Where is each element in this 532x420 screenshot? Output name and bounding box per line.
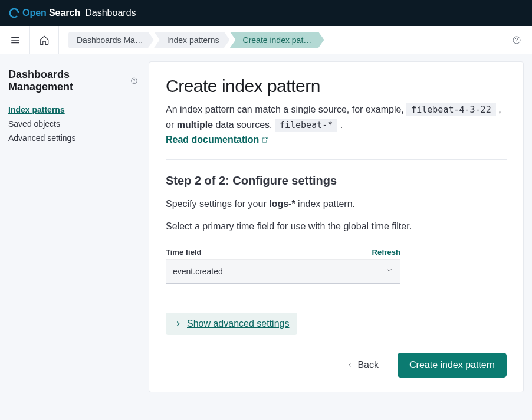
nav-bar: Dashboards Ma… Index patterns Create ind…	[0, 26, 532, 54]
help-button[interactable]	[507, 31, 526, 50]
breadcrumb: Dashboards Ma… Index patterns Create ind…	[68, 32, 324, 48]
divider	[58, 26, 59, 54]
logo-text-search: Search	[49, 8, 80, 18]
intro-text-3: data sources,	[213, 120, 275, 130]
doc-link-text: Read documentation	[166, 134, 259, 145]
sidebar-title-text: Dashboards Management	[8, 68, 127, 93]
breadcrumb-index-patterns[interactable]: Index patterns	[154, 32, 230, 48]
step-desc-1c: index pattern.	[295, 199, 355, 209]
step-title: Step 2 of 2: Configure settings	[166, 174, 507, 188]
back-button[interactable]: Back	[339, 354, 386, 376]
logo-text-dashboards: Dashboards	[85, 8, 136, 18]
sidebar: Dashboards Management Index patterns Sav…	[0, 54, 146, 406]
chevron-left-icon	[346, 361, 354, 369]
main-content: Create index pattern An index pattern ca…	[146, 54, 532, 406]
breadcrumb-create-index-pattern[interactable]: Create index pattern	[230, 32, 324, 48]
sidebar-item-saved-objects[interactable]: Saved objects	[8, 117, 138, 131]
back-label: Back	[357, 360, 379, 370]
sidebar-item-advanced-settings[interactable]: Advanced settings	[8, 131, 138, 145]
help-icon[interactable]	[130, 77, 138, 85]
time-field-select[interactable]: event.created	[166, 259, 400, 284]
step-desc-1: Specify settings for your logs-* index p…	[166, 197, 507, 211]
intro-bold: multiple	[177, 120, 213, 130]
sidebar-title: Dashboards Management	[8, 68, 138, 93]
intro-text-1: An index pattern can match a single sour…	[166, 104, 406, 114]
divider	[29, 26, 30, 54]
svg-point-1	[517, 42, 517, 42]
home-icon	[39, 35, 50, 45]
svg-point-3	[134, 82, 134, 83]
intro-code-2: filebeat-*	[275, 119, 337, 132]
divider	[413, 26, 413, 54]
help-icon	[512, 35, 521, 45]
panel: Create index pattern An index pattern ca…	[149, 61, 524, 392]
show-advanced-settings-button[interactable]: Show advanced settings	[166, 313, 297, 335]
step-desc-pattern: logs-*	[269, 199, 295, 209]
logo-text-open: Open	[22, 8, 47, 18]
divider	[166, 298, 507, 298]
step-desc-1a: Specify settings for your	[166, 199, 269, 209]
refresh-link[interactable]: Refresh	[372, 248, 400, 257]
divider	[166, 159, 507, 160]
step-desc-2: Select a primary time field for use with…	[166, 219, 507, 234]
footer-buttons: Back Create index pattern	[166, 353, 507, 378]
intro-text: An index pattern can match a single sour…	[166, 102, 507, 132]
intro-text-4: .	[337, 120, 343, 130]
logo[interactable]: OpenSearch Dashboards	[8, 7, 136, 19]
time-field-label: Time field	[166, 248, 201, 257]
chevron-right-icon	[174, 320, 182, 328]
home-button[interactable]	[35, 31, 54, 50]
read-documentation-link[interactable]: Read documentation	[166, 134, 268, 145]
app-header: OpenSearch Dashboards	[0, 0, 532, 26]
hamburger-icon	[10, 35, 21, 45]
breadcrumb-dashboards-management[interactable]: Dashboards Ma…	[68, 32, 154, 48]
sidebar-item-index-patterns[interactable]: Index patterns	[8, 103, 138, 117]
opensearch-logo-icon	[8, 7, 20, 19]
adv-settings-label: Show advanced settings	[187, 319, 289, 329]
external-link-icon	[261, 136, 268, 143]
menu-toggle-button[interactable]	[6, 31, 25, 50]
time-field-select-value: event.created	[166, 259, 400, 284]
page-title: Create index pattern	[166, 76, 507, 96]
create-index-pattern-button[interactable]: Create index pattern	[398, 353, 507, 378]
intro-code-1: filebeat-4-3-22	[406, 103, 495, 116]
